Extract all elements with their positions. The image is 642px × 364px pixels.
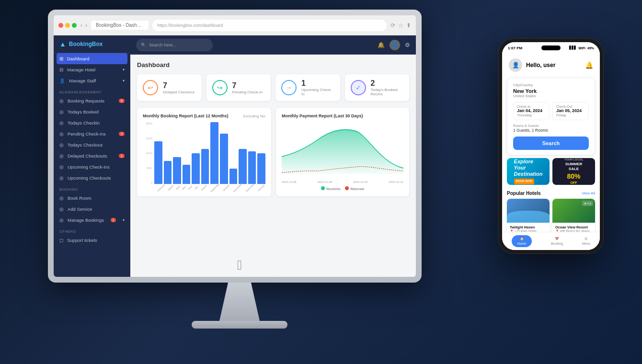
sidebar-item-book-room[interactable]: ◎ Book Room	[54, 193, 130, 204]
bar-x-label: March	[167, 184, 174, 191]
booking-req-icon: ◎	[59, 98, 64, 103]
hotel-card-1[interactable]: Twilight Haven 📍 123 Main Street, Anytow…	[507, 199, 550, 232]
sidebar-item-booking-requests[interactable]: ◎ Booking Requests 8	[54, 95, 130, 106]
phone-banners: ExploreYourDestination BOOK NOW YOUR LOC…	[507, 158, 595, 185]
banner1-text: ExploreYourDestination BOOK NOW	[514, 159, 543, 184]
badge-pending-checkins: 3	[119, 132, 125, 136]
phone-time: 1:07 PM	[508, 46, 522, 50]
sidebar-item-label: Support tickets	[67, 238, 97, 243]
x-label: 2023-12-09	[317, 181, 332, 183]
signal-icon: ▋▋▋	[569, 46, 576, 50]
sidebar-item-todays-booked[interactable]: ◎ Todays Booked	[54, 106, 130, 117]
sidebar-item-upcoming-checkins[interactable]: ◎ Upcoming Check-ins	[54, 161, 130, 172]
stat-info: 1 Upcoming Check-In	[301, 79, 334, 96]
hotel-name-2: Ocean View Resort	[555, 225, 592, 229]
battery-icon: 49%	[587, 46, 594, 50]
hotel-icon: ⊟	[59, 67, 63, 72]
phone-checkout-field[interactable]: Check-Out Jan 05, 2024 Friday	[552, 102, 589, 120]
todays-booked-stat-icon: ✓	[351, 80, 366, 95]
hotel-info-1: Twilight Haven 📍 123 Main Street, Anytow…	[507, 223, 550, 232]
sidebar-item-label: Todays Checkin	[68, 120, 100, 125]
sidebar-item-upcoming-checkouts[interactable]: ◎ Upcoming Checkouts	[54, 172, 130, 183]
bar	[220, 134, 228, 184]
sidebar-item-manage-staff[interactable]: 👤 Manage Staff ▾	[54, 75, 130, 86]
booking-icon: 📅	[555, 237, 559, 241]
bar-x-label: October	[222, 184, 230, 192]
phone-location-label: City/Country	[513, 83, 589, 87]
bookmark-icon[interactable]: ☆	[398, 22, 403, 29]
charts-row: Monthly Booking Report (Last 12 Months) …	[137, 108, 409, 196]
logo-text: BookingBox	[69, 41, 103, 47]
support-icon: ◻	[59, 238, 63, 243]
avatar[interactable]: 👤	[390, 40, 400, 50]
bar-x-label: February	[157, 183, 165, 192]
phone-nav-menu[interactable]: ☰ Menu	[582, 237, 591, 245]
area-chart	[282, 122, 403, 180]
share-icon[interactable]: ⬆	[406, 22, 411, 29]
forward-icon[interactable]: ›	[85, 22, 87, 29]
sidebar-item-delayed-checkouts[interactable]: ◎ Delayed Checkouts 2	[54, 150, 130, 161]
phone-status-icons: ▋▋▋ WiFi 49%	[569, 46, 594, 50]
phone-search-card: City/Country New York United States Chec…	[507, 78, 595, 155]
sidebar-item-dashboard[interactable]: ⊞ Dashboard	[57, 53, 127, 64]
sidebar-item-todays-checkout[interactable]: ◎ Todays Checkout	[54, 139, 130, 150]
dashboard-icon: ⊞	[59, 56, 63, 61]
view-all-link[interactable]: View All	[582, 191, 595, 195]
stat-info: 2 Today's Booked Rooms	[371, 79, 404, 96]
phone-search-button[interactable]: Search	[513, 136, 589, 150]
stat-number: 7	[163, 81, 196, 90]
chart-header: Monthly Booking Report (Last 12 Months) …	[143, 114, 265, 118]
hotel-info-2: Ocean View Resort 📍 456 Beach Rd, Miami,…	[552, 223, 595, 232]
bar	[154, 141, 162, 184]
settings-icon[interactable]: ⚙	[405, 42, 410, 48]
sidebar-item-support-tickets[interactable]: ◻ Support tickets	[54, 235, 130, 246]
minimize-dot[interactable]	[65, 23, 70, 28]
phone-nav-booking[interactable]: 📅 Booking	[551, 237, 563, 245]
sidebar-item-todays-checkin[interactable]: ◎ Todays Checkin	[54, 117, 130, 128]
pending-checkins-icon: ◎	[59, 131, 64, 136]
book-now-button[interactable]: BOOK NOW	[514, 179, 534, 184]
monitor-frame: ‹ › BookingBox - Dashboard https://booki…	[48, 10, 422, 283]
notification-icon[interactable]: 🔔	[378, 42, 385, 48]
bar-x-label: January	[257, 184, 265, 192]
sidebar-item-label: Manage Bookings	[68, 217, 104, 223]
bar	[257, 153, 265, 184]
stat-cards: ↩ 7 Delayed Checkout ↪ 7 Pendin	[137, 74, 409, 101]
sale-banner[interactable]: YOUR LOCAL SUMMERSALE 80% OFF	[552, 158, 595, 185]
phone-guests-section: Rooms & Guests: 1 Guests, 1 Rooms	[513, 124, 589, 133]
phone-checkin-field[interactable]: Check-In Jan 04, 2024 Thursday	[513, 102, 550, 120]
bar	[201, 149, 209, 184]
bar-labels: FebruaryMarchAprilMayJuneJulyAugustSepte…	[156, 186, 265, 189]
sidebar-item-pending-checkins[interactable]: ◎ Pending Check-ins 3	[54, 128, 130, 139]
maximize-dot[interactable]	[72, 23, 77, 28]
stat-card-upcoming-checkin: → 1 Upcoming Check-In	[275, 74, 340, 101]
popular-hotels-header: Popular Hotels View All	[502, 188, 600, 197]
phone-greeting: 👤 Hello, user	[509, 58, 555, 72]
stat-card-pending-checkin: ↪ 7 Pending Check-In	[206, 74, 271, 101]
sidebar-item-manage-hotel[interactable]: ⊟ Manage Hotel ▾	[54, 64, 130, 75]
sidebar-item-label: Manage Hotel	[67, 67, 95, 72]
browser-tab[interactable]: BookingBox - Dashboard	[91, 21, 149, 30]
close-dot[interactable]	[58, 23, 63, 28]
url-bar[interactable]: https://bookingbox.com/dashboard	[152, 20, 387, 31]
explore-banner[interactable]: ExploreYourDestination BOOK NOW	[507, 158, 550, 185]
topnav-search[interactable]: 🔍 Search here...	[136, 39, 213, 51]
hotel-card-2[interactable]: ★ 4.5 Ocean View Resort 📍 456 Beach Rd, …	[552, 199, 595, 232]
url-text: https://bookingbox.com/dashboard	[157, 23, 223, 28]
bar	[239, 149, 247, 184]
reload-icon[interactable]: ⟳	[390, 22, 395, 29]
stat-label: Today's Booked Rooms	[371, 88, 404, 96]
main-content: Dashboard ↩ 7 Delayed Checkout	[130, 55, 416, 277]
sidebar-item-manage-bookings[interactable]: ◎ Manage Bookings 1 ▾	[54, 215, 130, 226]
payment-report-chart: Monthly Payment Report (Last 30 Days)	[276, 108, 409, 196]
sidebar-item-add-service[interactable]: ◎ Add Service	[54, 204, 130, 215]
back-icon[interactable]: ‹	[80, 22, 82, 29]
notification-bell-icon[interactable]: 🔔	[585, 61, 593, 69]
menu-label: Menu	[582, 242, 591, 245]
upcoming-checkin-icon: →	[281, 80, 297, 95]
bar-chart-wrapper: 8000 6000 4000 2000 0	[143, 122, 265, 184]
phone-country: United States	[513, 94, 589, 98]
checkin-date: Jan 04, 2024	[517, 108, 546, 113]
badge-manage-bookings: 1	[111, 218, 116, 222]
phone-nav-home[interactable]: 🏠 Home	[512, 235, 532, 247]
